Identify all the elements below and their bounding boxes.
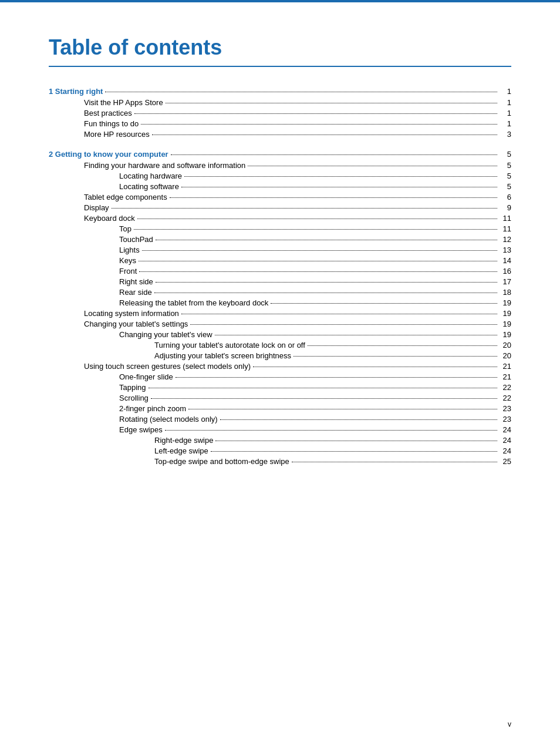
toc-label: Turning your tablet's autorotate lock on… [154, 341, 305, 350]
toc-entry-1-4: More HP resources3 [49, 129, 511, 139]
toc-dots [134, 113, 497, 114]
toc-label: Finding your hardware and software infor… [84, 161, 245, 170]
toc-page-number: 23 [500, 404, 511, 413]
toc-entry-2-7-4: 2-finger pinch zoom23 [49, 403, 511, 414]
toc-label: One-finger slide [119, 372, 173, 381]
toc-dots [112, 208, 497, 209]
toc-page-number: 1 [500, 119, 511, 128]
toc-entry-2-4-8: Releasing the tablet from the keyboard d… [49, 297, 511, 308]
toc-dots [188, 409, 497, 409]
toc-dots [211, 451, 497, 452]
toc-entry-1-3: Fun things to do1 [49, 118, 511, 129]
toc-entry-2-1: Finding your hardware and software infor… [49, 160, 511, 170]
toc-dots [190, 324, 497, 325]
toc-page-number: 19 [500, 330, 511, 339]
toc-dots [181, 314, 497, 314]
toc-entry-2-6-1-2: Adjusting your tablet's screen brightnes… [49, 350, 511, 361]
toc-label: Using touch screen gestures (select mode… [84, 362, 251, 371]
toc-entry-1-1: Visit the HP Apps Store1 [49, 97, 511, 107]
toc-label: Changing your tablet's settings [84, 320, 188, 328]
toc-page-number: 19 [500, 320, 511, 328]
toc-dots [166, 103, 497, 103]
toc-dots [308, 345, 497, 346]
title-section: Table of contents [49, 35, 511, 67]
toc-page-number: 25 [500, 457, 511, 466]
toc-label: Front [119, 267, 137, 275]
toc-entry-2-7-5: Rotating (select models only)23 [49, 414, 511, 424]
toc-dots [152, 135, 497, 135]
toc-page-number: 22 [500, 383, 511, 392]
toc-label: TouchPad [119, 235, 153, 244]
toc-dots [220, 419, 497, 420]
toc-label: Keyboard dock [84, 214, 135, 223]
toc-dots [154, 293, 497, 293]
toc-page-number: 11 [500, 224, 511, 233]
toc-entry-ch2: 2 Getting to know your computer5 [49, 147, 511, 160]
toc-chapter-title-link[interactable]: Starting right [55, 87, 103, 96]
toc-page-number: 14 [500, 256, 511, 265]
toc-dots [139, 261, 497, 261]
toc-page-number: 23 [500, 415, 511, 424]
toc-entry-2-4-6: Right side17 [49, 276, 511, 287]
toc-page-number: 5 [500, 150, 511, 159]
toc-entry-2-3: Display9 [49, 202, 511, 213]
toc-entry-2-1-1: Locating hardware5 [49, 170, 511, 181]
toc-label: Locating system information [84, 309, 179, 318]
toc-page-number: 13 [500, 246, 511, 254]
toc-label: Scrolling [119, 394, 149, 402]
toc-entry-1-2: Best practices1 [49, 107, 511, 118]
toc-dots [141, 124, 497, 125]
toc-label: Edge swipes [119, 425, 163, 434]
toc-chapter-number-link[interactable]: 2 [49, 150, 55, 159]
toc-dots [184, 176, 497, 177]
toc-dots [294, 356, 497, 357]
toc-entry-2-7-2: Tapping22 [49, 382, 511, 392]
toc-label: Lights [119, 246, 140, 254]
toc-chapter-title-link[interactable]: Getting to know your computer [55, 150, 168, 159]
toc-dots [271, 303, 497, 304]
toc-page-number: 5 [500, 182, 511, 191]
toc-page-number: 22 [500, 394, 511, 402]
page-title: Table of contents [49, 35, 511, 60]
toc-page-number: 5 [500, 172, 511, 180]
toc-chapter-number-link[interactable]: 1 [49, 87, 55, 96]
toc-label: Fun things to do [84, 119, 139, 128]
toc-label: More HP resources [84, 130, 150, 139]
toc-dots [139, 271, 497, 272]
toc-entry-ch1: 1 Starting right1 [49, 85, 511, 97]
toc-dots [176, 377, 497, 378]
toc-page-number: 1 [500, 87, 511, 96]
toc-entry-2-6-1: Changing your tablet's view19 [49, 329, 511, 340]
toc-page-number: 1 [500, 109, 511, 117]
toc-entry-2-1-2: Locating software5 [49, 181, 511, 191]
toc-page-number: 19 [500, 298, 511, 307]
toc-dots [253, 367, 497, 367]
toc-page-number: 11 [500, 214, 511, 223]
top-border [0, 0, 560, 2]
toc-entry-2-4-1: Top11 [49, 223, 511, 234]
toc-dots [142, 250, 497, 251]
toc-page-number: 16 [500, 267, 511, 275]
toc-page-number: 21 [500, 362, 511, 371]
toc-entry-2-4-3: Lights13 [49, 244, 511, 255]
toc-entry-2-7-6-1: Right-edge swipe24 [49, 435, 511, 445]
toc-dots [248, 166, 497, 166]
toc-label: Display [84, 203, 109, 212]
toc-label: 1 Starting right [49, 87, 103, 96]
toc-dots [165, 430, 497, 431]
toc-spacer [49, 139, 511, 147]
toc-entry-2-7-1: One-finger slide21 [49, 371, 511, 382]
toc-label: Locating software [119, 182, 179, 191]
toc-dots [156, 240, 497, 240]
toc-dots [215, 441, 497, 441]
toc-label: Keys [119, 256, 136, 265]
toc-page-number: 6 [500, 193, 511, 201]
toc-entry-2-7-6: Edge swipes24 [49, 424, 511, 435]
toc-page-number: 12 [500, 235, 511, 244]
toc-page-number: 18 [500, 288, 511, 297]
toc-page-number: 1 [500, 98, 511, 107]
toc-entry-2-7-6-2: Left-edge swipe24 [49, 445, 511, 456]
toc-label: Visit the HP Apps Store [84, 98, 163, 107]
toc-entry-2-4: Keyboard dock11 [49, 213, 511, 223]
toc-page-number: 24 [500, 446, 511, 455]
